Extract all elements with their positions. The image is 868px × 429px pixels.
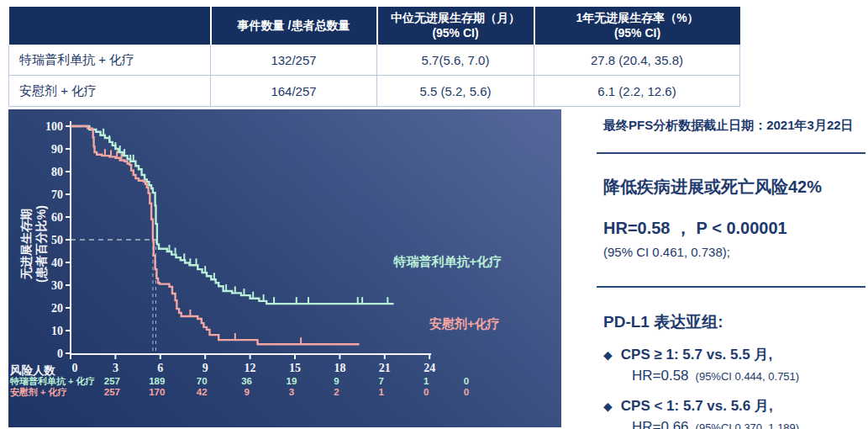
risk-value: 1 — [423, 376, 429, 386]
median-toripalimab: 5.7(5.6, 7.0) — [377, 45, 534, 76]
risk-value: 0 — [464, 376, 469, 386]
subgroup-cps-lt1-hr: HR=0.66 — [632, 419, 689, 429]
x-tick-label: 9 — [203, 362, 208, 374]
y-tick-label: 50 — [51, 234, 63, 246]
events-toripalimab: 132/257 — [211, 45, 377, 76]
risk-value: 0 — [423, 387, 429, 397]
km-curve-toripalimab — [71, 126, 394, 304]
x-tick-label: 21 — [379, 362, 391, 374]
risk-value: 9 — [244, 387, 249, 397]
y-tick-label: 30 — [51, 279, 63, 292]
y-tick-label: 90 — [51, 143, 63, 156]
divider-bottom — [597, 286, 865, 288]
x-tick-label: 24 — [423, 362, 435, 374]
risk-reduction-headline: 降低疾病进展或死亡风险42% — [597, 176, 865, 199]
risk-value: 2 — [334, 387, 339, 397]
subgroup-item-cps-ge1: ◆ CPS ≥ 1: 5.7 vs. 5.5 月, — [597, 345, 865, 364]
km-chart-panel: 010203040506070809010003691215182124无进展生… — [8, 109, 561, 427]
y-axis-title-line1: 无进展生存期 — [19, 209, 33, 280]
hazard-ratio-line: HR=0.58 ， P < 0.00001 — [597, 217, 865, 240]
x-tick-label: 3 — [113, 362, 118, 374]
risk-table-title: 风险人数 — [9, 364, 56, 377]
km-chart: 010203040506070809010003691215182124无进展生… — [8, 109, 561, 427]
subgroup-cps-lt1-ci: (95%CI 0.370, 1.189) — [696, 421, 800, 429]
x-tick-label: 18 — [334, 362, 345, 374]
rate-toripalimab: 27.8 (20.4, 35.8) — [534, 45, 740, 76]
risk-value: 70 — [197, 376, 208, 386]
header-median-line1: 中位无进展生存期（月） — [381, 11, 530, 26]
results-panel: 最终PFS分析数据截止日期：2021年3月22日 降低疾病进展或死亡风险42% … — [597, 118, 865, 429]
group-label-placebo: 安慰剂 + 化疗 — [9, 76, 211, 107]
header-median-cell: 中位无进展生存期（月） (95% CI) — [377, 7, 534, 45]
header-rate-line2: (95% CI) — [539, 26, 737, 41]
risk-value: 9 — [334, 376, 339, 386]
header-events-label: 事件数量 /患者总数量 — [215, 19, 373, 34]
header-empty-cell — [9, 7, 211, 45]
risk-value: 257 — [104, 387, 120, 397]
legend-label-placebo: 安慰剂+化疗 — [429, 316, 500, 331]
legend-label-toripalimab: 特瑞普利单抗+化疗 — [393, 254, 502, 268]
risk-row-label-placebo: 安慰剂 + 化疗 — [10, 387, 67, 397]
subgroup-cps-ge1-hr-line: HR=0.58(95%CI 0.444, 0.751) — [597, 368, 865, 384]
subgroup-cps-ge1-label: CPS ≥ 1: 5.7 vs. 5.5 月, — [621, 345, 772, 364]
risk-value: 170 — [149, 387, 165, 397]
slide: { "summary_table": { "col_headers": [ {"… — [0, 0, 868, 429]
risk-value: 257 — [104, 376, 120, 386]
y-tick-label: 60 — [51, 211, 63, 224]
data-cutoff-note: 最终PFS分析数据截止日期：2021年3月22日 — [597, 118, 865, 134]
summary-table-header-row: 事件数量 /患者总数量 中位无进展生存期（月） (95% CI) 1年无进展生存… — [9, 7, 740, 45]
subgroup-item-cps-lt1: ◆ CPS < 1: 5.7 vs. 5.6 月, — [597, 396, 865, 416]
diamond-bullet-icon: ◆ — [603, 348, 613, 362]
km-curve-placebo — [71, 126, 360, 344]
x-tick-label: 0 — [72, 362, 78, 374]
subgroup-cps-lt1-label: CPS < 1: 5.7 vs. 5.6 月, — [621, 396, 773, 416]
table-row-toripalimab: 特瑞普利单抗 + 化疗 132/257 5.7(5.6, 7.0) 27.8 (… — [9, 45, 740, 76]
y-tick-label: 20 — [51, 302, 63, 315]
risk-row-label-toripalimab: 特瑞普利单抗 + 化疗 — [9, 376, 95, 386]
y-tick-label: 100 — [45, 120, 63, 133]
header-rate-line1: 1年无进展生存率（%） — [539, 11, 737, 26]
confidence-interval-line: (95% CI 0.461, 0.738); — [597, 245, 865, 259]
subgroup-cps-lt1-hr-line: HR=0.66(95%CI 0.370, 1.189) — [597, 419, 865, 429]
group-label-toripalimab: 特瑞普利单抗 + 化疗 — [9, 45, 211, 76]
divider-top — [597, 152, 865, 154]
x-tick-label: 6 — [157, 362, 163, 374]
subgroup-cps-ge1-ci: (95%CI 0.444, 0.751) — [696, 370, 800, 383]
pfs-summary-table: 事件数量 /患者总数量 中位无进展生存期（月） (95% CI) 1年无进展生存… — [8, 7, 740, 107]
y-tick-label: 80 — [51, 166, 63, 178]
risk-value: 36 — [241, 376, 252, 386]
y-axis-title-line2: (患者百分比%) — [34, 205, 48, 283]
risk-value: 1 — [379, 387, 385, 397]
header-events-cell: 事件数量 /患者总数量 — [211, 7, 377, 45]
diamond-bullet-icon: ◆ — [603, 400, 613, 413]
risk-value: 189 — [149, 376, 165, 386]
x-tick-label: 12 — [245, 362, 256, 374]
median-placebo: 5.5 (5.2, 5.6) — [377, 76, 534, 107]
header-rate-cell: 1年无进展生存率（%） (95% CI) — [534, 7, 740, 45]
y-tick-label: 0 — [57, 347, 63, 360]
y-tick-label: 40 — [51, 257, 63, 269]
table-row-placebo: 安慰剂 + 化疗 164/257 5.5 (5.2, 5.6) 6.1 (2.2… — [9, 76, 740, 107]
rate-placebo: 6.1 (2.2, 12.6) — [534, 76, 740, 107]
subgroup-cps-ge1-hr: HR=0.58 — [632, 368, 689, 384]
header-median-line2: (95% CI) — [381, 26, 530, 41]
x-tick-label: 15 — [289, 362, 301, 374]
events-placebo: 164/257 — [211, 76, 377, 107]
risk-value: 19 — [287, 376, 297, 386]
risk-value: 3 — [289, 387, 294, 397]
y-tick-label: 70 — [51, 188, 63, 201]
risk-value: 7 — [379, 376, 384, 386]
pdl1-subgroup-title: PD-L1 表达亚组: — [597, 311, 865, 333]
y-tick-label: 10 — [51, 325, 63, 337]
risk-value: 0 — [464, 387, 469, 397]
risk-value: 42 — [197, 387, 208, 397]
